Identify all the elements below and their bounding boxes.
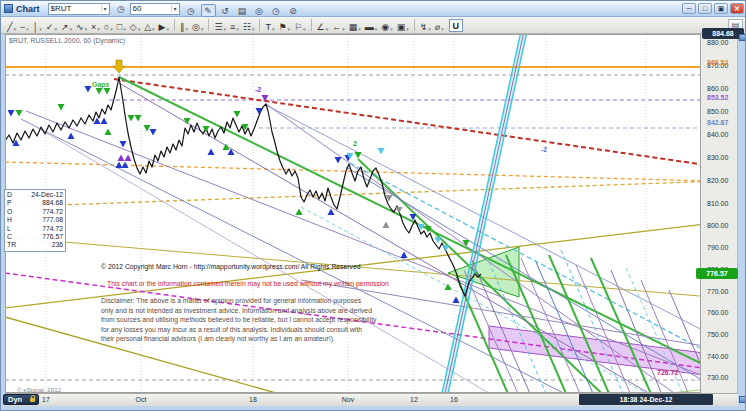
symbol-dropdown-icon[interactable]: ▾ xyxy=(101,5,109,12)
tool-caret-icon: ▾ xyxy=(252,26,255,32)
tool-caret-icon: ▾ xyxy=(186,26,189,32)
drawing-tool-1-1[interactable]: ◎▾ xyxy=(191,18,204,32)
toolbar-separator xyxy=(259,19,260,31)
drawing-tool-0-7[interactable]: ○▾ xyxy=(103,18,114,32)
last-price-label: 776.57 xyxy=(696,268,738,279)
info-value: 774.72 xyxy=(42,208,63,216)
drawing-tool-2-2[interactable]: ☷▾ xyxy=(242,18,256,32)
interval-input-wrap: ▾ xyxy=(130,3,180,15)
minimize-button[interactable]: ─ xyxy=(682,3,696,14)
info-key: O xyxy=(7,208,12,216)
toolbar-separator xyxy=(208,19,209,31)
tool-caret-icon: ▾ xyxy=(69,26,72,32)
tool-caret-icon: ▾ xyxy=(390,26,393,32)
price-tick: 740.00 xyxy=(707,353,728,360)
price-tick: 770.00 xyxy=(707,288,728,295)
underline-button[interactable]: U xyxy=(449,19,463,32)
drawing-tool-4-0[interactable]: ∠▾ xyxy=(316,18,330,32)
tool-icon: □ xyxy=(117,22,122,32)
time-tick: Oct xyxy=(127,396,155,403)
link-button[interactable]: ⊘ xyxy=(286,4,301,17)
drawing-tool-0-9[interactable]: ◇▾ xyxy=(129,18,141,32)
tool-icon: ⚐ xyxy=(294,22,302,32)
time-tick: 12 xyxy=(400,396,428,403)
tool-icon: ⚑ xyxy=(278,22,286,32)
timestamp-label: 18:38 24-Dec-12 xyxy=(579,394,713,405)
interval-clock-button[interactable]: ◷ xyxy=(184,4,199,17)
price-tick: 820.00 xyxy=(707,177,728,184)
tool-icon: ↗ xyxy=(61,22,69,32)
drawing-tool-0-0[interactable]: ╱▾ xyxy=(6,18,17,32)
tool-icon: ⌀ xyxy=(435,22,440,32)
session-clock-button[interactable]: ◷ xyxy=(269,4,284,17)
tool-caret-icon: ▾ xyxy=(236,26,239,32)
restore-button[interactable]: □ xyxy=(698,3,712,14)
drawing-tool-0-8[interactable]: □▾ xyxy=(116,18,127,32)
scroll-up-button[interactable] xyxy=(739,34,746,41)
level-price-label: 866.52 xyxy=(707,59,728,66)
symbol-lookup-button[interactable]: ◷ xyxy=(114,2,129,15)
drawing-tool-4-3[interactable]: ▬▾ xyxy=(364,18,379,32)
tool-icon: ≡ xyxy=(230,22,235,32)
tool-icon: × xyxy=(91,22,96,32)
info-key: TR xyxy=(7,241,16,249)
tool-icon: ◎ xyxy=(192,22,200,32)
tool-icon: │ xyxy=(33,22,39,32)
scroll-down-button[interactable] xyxy=(739,396,746,403)
notes-button[interactable]: ▤ xyxy=(235,4,250,17)
drawing-tool-4-4[interactable]: ◉▾ xyxy=(380,18,393,32)
tool-caret-icon: ▾ xyxy=(85,26,88,32)
tool-caret-icon: ▾ xyxy=(201,26,204,32)
info-value: 776.57 xyxy=(42,233,63,241)
drawing-tool-5-1[interactable]: ⌀▾ xyxy=(434,18,445,32)
drawing-toolbar: ╱▾−▾│▾✓▾↗▾∿▾×▾○▾□▾◇▾△▾▶▾∥▾◎▾☰▾≡▾☷▾T▾⚑▾⚐▾… xyxy=(1,17,746,34)
maximize-button[interactable]: ▣ xyxy=(714,3,728,14)
drawing-tool-3-2[interactable]: ⚐▾ xyxy=(293,18,307,32)
app-icon xyxy=(4,4,13,13)
quote-info-box: D24-Dec-12P884.68O774.72H777.08L774.72C7… xyxy=(4,189,66,252)
right-frame xyxy=(738,34,746,406)
drawing-tool-3-0[interactable]: T▾ xyxy=(264,18,275,32)
drawing-tool-0-2[interactable]: │▾ xyxy=(32,18,43,32)
drawing-tool-0-5[interactable]: ∿▾ xyxy=(75,18,88,32)
drawing-tool-4-5[interactable]: ▣▾ xyxy=(396,18,410,32)
drawing-tool-4-2[interactable]: ▦▾ xyxy=(348,18,362,32)
tool-caret-icon: ▾ xyxy=(342,26,345,32)
toolbar-separator xyxy=(414,19,415,31)
drawing-tool-0-10[interactable]: △▾ xyxy=(143,18,155,32)
drawing-tool-1-0[interactable]: ∥▾ xyxy=(179,18,189,32)
tool-caret-icon: ▾ xyxy=(97,26,100,32)
dyn-label: Dyn xyxy=(8,395,22,404)
draw-mode-button[interactable]: ✎ xyxy=(201,4,216,17)
title-bar: Chart ▾ ◷ ▾ ◷✎↺▤◎◷⊘ ─□▣✕ xyxy=(1,1,746,17)
drawing-tool-2-1[interactable]: ≡▾ xyxy=(229,18,240,32)
time-tick: Nov xyxy=(334,396,362,403)
drawing-tool-3-1[interactable]: ⚑▾ xyxy=(277,18,291,32)
tool-icon: ↯ xyxy=(420,22,428,32)
symbol-input[interactable] xyxy=(49,4,101,14)
drawing-tool-2-0[interactable]: ☰▾ xyxy=(213,18,227,32)
time-tick: 16 xyxy=(440,396,468,403)
drawing-tool-0-1[interactable]: −▾ xyxy=(19,18,30,32)
drawing-tool-0-6[interactable]: ×▾ xyxy=(90,18,101,32)
drawing-tool-4-1[interactable]: ←▾ xyxy=(331,18,346,32)
undo-button[interactable]: ↺ xyxy=(218,4,233,17)
tool-caret-icon: ▾ xyxy=(26,26,29,32)
interval-input[interactable] xyxy=(131,4,171,14)
drawing-tool-5-0[interactable]: ↯▾ xyxy=(419,18,432,32)
close-button[interactable]: ✕ xyxy=(730,3,744,14)
level-price-label: 842.87 xyxy=(707,119,728,126)
drawing-tool-0-11[interactable]: ▶▾ xyxy=(158,18,170,32)
dyn-mode-button[interactable]: Dyn xyxy=(3,394,39,405)
chart-title: $RUT, RUSSELL 2000, 60 (Dynamic) xyxy=(9,37,125,44)
tool-caret-icon: ▾ xyxy=(272,26,275,32)
interval-dropdown-icon[interactable]: ▾ xyxy=(171,5,179,12)
drawing-tool-groups: ╱▾−▾│▾✓▾↗▾∿▾×▾○▾□▾◇▾△▾▶▾∥▾◎▾☰▾≡▾☷▾T▾⚑▾⚐▾… xyxy=(5,18,446,32)
price-tick: 750.00 xyxy=(707,331,728,338)
drawing-tool-0-3[interactable]: ✓▾ xyxy=(45,18,58,32)
info-key: D xyxy=(7,191,12,199)
target-button[interactable]: ◎ xyxy=(252,4,267,17)
price-axis[interactable]: 880.00870.00860.00850.00840.00830.00820.… xyxy=(701,34,738,393)
drawing-tool-0-4[interactable]: ↗▾ xyxy=(60,18,73,32)
info-value: 777.08 xyxy=(42,216,63,224)
